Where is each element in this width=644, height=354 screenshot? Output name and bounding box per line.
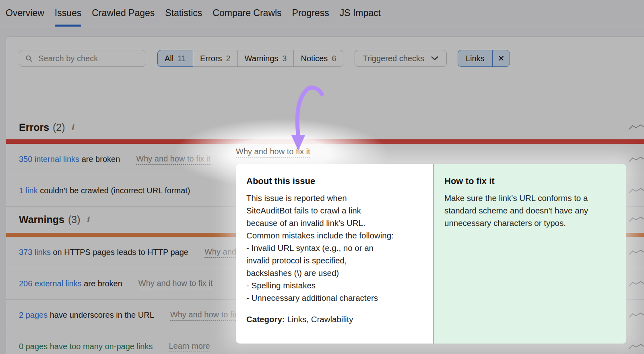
trend-sparkline-icon bbox=[628, 187, 644, 195]
issue-count-link[interactable]: 2 pages bbox=[19, 311, 47, 319]
category-line: Category: Links, Crawlability bbox=[246, 315, 423, 324]
why-how-to-fix-link[interactable]: Why and how to fix it bbox=[136, 154, 211, 165]
tab-label: Overview bbox=[6, 8, 44, 19]
chevron-down-icon bbox=[431, 56, 439, 61]
tab-crawled-pages[interactable]: Crawled Pages bbox=[92, 0, 155, 26]
trend-sparkline-icon bbox=[628, 216, 644, 223]
issue-text: 0 pages have too many on-page links bbox=[19, 342, 153, 351]
issue-description: on HTTPS pages leads to HTTP page bbox=[51, 248, 188, 257]
about-title: About this issue bbox=[246, 176, 423, 186]
how-to-fix-panel: How to fix it Make sure the link's URL c… bbox=[433, 164, 626, 344]
section-header-errors: Errors(2)i bbox=[6, 115, 644, 139]
issue-count-link[interactable]: 373 links bbox=[19, 248, 51, 257]
why-how-to-fix-link[interactable]: Why and how to fix it bbox=[170, 310, 245, 321]
issue-description: have underscores in the URL bbox=[47, 311, 154, 319]
issue-text: 206 external links are broken bbox=[19, 279, 122, 288]
issue-description: have too many on-page links bbox=[47, 342, 153, 351]
section-title: Warnings bbox=[19, 214, 64, 226]
fix-title: How to fix it bbox=[444, 176, 617, 186]
segment-count: 3 bbox=[282, 54, 287, 63]
segment-notices[interactable]: Notices6 bbox=[293, 50, 343, 67]
issue-text: 373 links on HTTPS pages leads to HTTP p… bbox=[19, 248, 188, 257]
error-severity-bar bbox=[6, 139, 644, 144]
fix-body: Make sure the link's URL conforms to a s… bbox=[444, 192, 617, 229]
trend-sparkline-icon bbox=[628, 312, 644, 319]
search-input-wrapper[interactable] bbox=[19, 50, 146, 67]
tab-label: Compare Crawls bbox=[213, 8, 281, 19]
search-icon bbox=[25, 54, 33, 63]
why-how-to-fix-link[interactable]: Learn more bbox=[169, 342, 210, 352]
tab-compare-crawls[interactable]: Compare Crawls bbox=[213, 0, 281, 26]
category-label: Category: bbox=[246, 315, 285, 324]
category-value: Links, Crawlability bbox=[287, 315, 353, 324]
issue-description: are broken bbox=[82, 279, 122, 288]
severity-filter-segments: All11Errors2Warnings3Notices6 bbox=[157, 50, 343, 67]
issue-description: couldn't be crawled (incorrect URL forma… bbox=[38, 186, 190, 195]
issue-details-popup: About this issue This issue is reported … bbox=[236, 164, 626, 344]
tab-overview[interactable]: Overview bbox=[6, 0, 44, 26]
segment-warnings[interactable]: Warnings3 bbox=[237, 50, 294, 67]
issue-count-link[interactable]: 350 internal links bbox=[19, 155, 79, 164]
segment-count: 11 bbox=[178, 54, 186, 63]
section-count: (2) bbox=[53, 122, 65, 133]
segment-all[interactable]: All11 bbox=[157, 50, 193, 67]
filter-bar: All11Errors2Warnings3Notices6 Triggered … bbox=[19, 50, 644, 67]
segment-label: All bbox=[165, 54, 173, 63]
trend-sparkline-icon bbox=[628, 280, 644, 288]
trend-sparkline-icon bbox=[628, 343, 644, 350]
about-body: This issue is reported when SiteAuditBot… bbox=[246, 192, 423, 304]
tab-label: Crawled Pages bbox=[92, 8, 155, 19]
about-this-issue-panel: About this issue This issue is reported … bbox=[236, 164, 433, 344]
links-filter-label: Links bbox=[458, 50, 493, 66]
close-icon[interactable]: ✕ bbox=[493, 54, 510, 63]
tab-label: Progress bbox=[292, 8, 329, 19]
issue-description: are broken bbox=[79, 155, 120, 164]
tab-label: JS Impact bbox=[340, 8, 381, 19]
tab-label: Statistics bbox=[165, 8, 202, 19]
info-icon[interactable]: i bbox=[71, 123, 74, 132]
links-filter-chip[interactable]: Links ✕ bbox=[458, 50, 510, 67]
issue-count-link[interactable]: 0 pages bbox=[19, 342, 47, 351]
why-how-to-fix-link[interactable]: Why and how to fix it bbox=[138, 279, 213, 289]
section-title: Errors bbox=[19, 122, 49, 133]
trend-sparkline-icon bbox=[628, 249, 644, 256]
tab-js-impact[interactable]: JS Impact bbox=[340, 0, 381, 26]
search-input[interactable] bbox=[37, 54, 140, 64]
info-icon[interactable]: i bbox=[87, 215, 89, 224]
tab-label: Issues bbox=[55, 8, 81, 19]
segment-count: 2 bbox=[226, 54, 230, 63]
report-tabs: OverviewIssuesCrawled PagesStatisticsCom… bbox=[0, 0, 644, 26]
triggered-checks-label: Triggered checks bbox=[363, 54, 424, 63]
issue-count-link[interactable]: 1 link bbox=[19, 186, 38, 195]
trend-sparkline-icon bbox=[628, 156, 644, 163]
segment-errors[interactable]: Errors2 bbox=[193, 50, 238, 67]
issue-text: 2 pages have underscores in the URL bbox=[19, 311, 154, 320]
section-count: (3) bbox=[68, 214, 80, 226]
segment-label: Warnings bbox=[245, 54, 279, 63]
segment-label: Notices bbox=[301, 54, 328, 63]
issue-count-link[interactable]: 206 external links bbox=[19, 279, 82, 288]
tab-progress[interactable]: Progress bbox=[292, 0, 329, 26]
segment-count: 6 bbox=[332, 54, 336, 63]
tab-statistics[interactable]: Statistics bbox=[165, 0, 202, 26]
why-how-to-fix-link-highlighted[interactable]: Why and how to fix it bbox=[236, 147, 310, 157]
triggered-checks-dropdown[interactable]: Triggered checks bbox=[355, 50, 447, 67]
tab-issues[interactable]: Issues bbox=[55, 0, 81, 26]
trend-sparkline-icon bbox=[628, 124, 644, 131]
issue-text: 350 internal links are broken bbox=[19, 155, 120, 164]
issue-text: 1 link couldn't be crawled (incorrect UR… bbox=[19, 186, 190, 195]
segment-label: Errors bbox=[200, 54, 222, 63]
